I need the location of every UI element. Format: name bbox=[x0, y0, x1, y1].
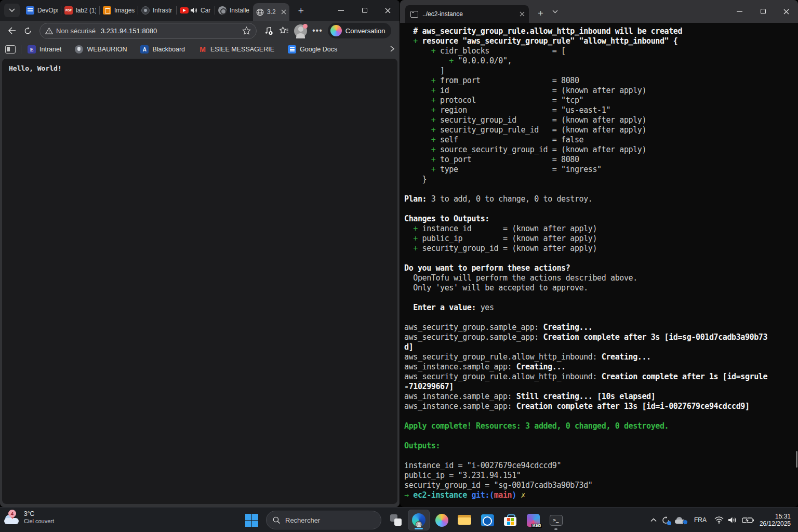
task-view-button[interactable] bbox=[385, 510, 407, 530]
close-button[interactable] bbox=[376, 0, 400, 21]
terminal-tab-close-icon[interactable] bbox=[520, 11, 525, 17]
bookmarks-overflow-button[interactable] bbox=[390, 45, 394, 54]
bookmark-star-icon[interactable] bbox=[242, 26, 251, 35]
tab-search-button[interactable] bbox=[4, 4, 20, 17]
terminal-line: aws_instance.sample_app: Creating... bbox=[404, 362, 798, 372]
chevron-up-icon bbox=[650, 518, 657, 522]
terminal-line: + resource "aws_security_group_rule" "al… bbox=[404, 36, 798, 46]
taskbar-edge-button[interactable] bbox=[408, 510, 430, 530]
taskbar-terminal-button[interactable]: >_ bbox=[545, 510, 567, 530]
favorites-button[interactable] bbox=[276, 23, 292, 38]
tab-label: 3.2 bbox=[267, 8, 279, 16]
terminal-output[interactable]: # aws_security_group_rule.allow_http_inb… bbox=[400, 23, 798, 507]
minimize-button[interactable] bbox=[329, 0, 353, 21]
outlook-icon bbox=[481, 514, 494, 526]
copilot-icon bbox=[330, 25, 342, 36]
task-view-icon bbox=[390, 514, 402, 526]
weather-temperature: 3°C bbox=[24, 510, 54, 517]
taskbar-outlook-button[interactable] bbox=[476, 510, 498, 530]
taskbar-clock[interactable]: 15:31 26/12/2025 bbox=[760, 513, 791, 527]
terminal-line: + public_ip = (known after apply) bbox=[404, 234, 798, 244]
terminal-dropdown-button[interactable] bbox=[552, 6, 558, 16]
terminal-new-tab-button[interactable]: ＋ bbox=[536, 7, 545, 19]
terminal-line: aws_instance.sample_app: Still creating.… bbox=[404, 392, 798, 402]
edge-profile-badge bbox=[416, 521, 422, 528]
taskbar-copilot-button[interactable] bbox=[431, 510, 453, 530]
terminal-maximize-button[interactable] bbox=[751, 0, 775, 23]
maximize-icon bbox=[761, 9, 766, 14]
clock-time: 15:31 bbox=[775, 513, 791, 520]
refresh-button[interactable] bbox=[20, 23, 35, 38]
tab-close-icon[interactable] bbox=[281, 9, 286, 15]
browser-tab-infrastructure[interactable]: Infrastr bbox=[138, 2, 176, 19]
bookmark-label: Intranet bbox=[39, 46, 61, 53]
blackboard-favicon-icon: A bbox=[140, 45, 149, 54]
address-bar[interactable]: Non sécurisé 3.231.94.151:8080 bbox=[39, 23, 257, 39]
browser-tab-car-youtube[interactable]: Car bbox=[177, 2, 215, 19]
terminal-tab-title: ../ec2-instance bbox=[422, 10, 520, 18]
taskbar-m365-button[interactable]: M365 bbox=[522, 510, 544, 530]
back-button[interactable] bbox=[4, 23, 20, 38]
sidebar-panel-icon[interactable] bbox=[5, 45, 16, 54]
new-tab-button[interactable]: ＋ bbox=[294, 3, 308, 18]
terminal-line: Plan: 3 to add, 0 to change, 0 to destro… bbox=[404, 194, 798, 204]
language-indicator[interactable]: FRA bbox=[691, 516, 710, 524]
terminal-line: + protocol = "tcp" bbox=[404, 96, 798, 105]
site-security-info[interactable]: Non sécurisé bbox=[45, 27, 96, 35]
terminal-titlebar: ../ec2-instance ＋ bbox=[400, 0, 798, 23]
browser-tab-installer[interactable]: Installe bbox=[215, 2, 253, 19]
bookmark-blackboard[interactable]: A Blackboard bbox=[140, 45, 185, 54]
terminal-tab[interactable]: ../ec2-instance bbox=[405, 5, 529, 23]
search-placeholder: Rechercher bbox=[285, 516, 320, 524]
terminal-line: } bbox=[404, 175, 798, 184]
browser-tab-active[interactable]: 3.2 bbox=[253, 3, 289, 21]
terminal-line: + from_port = 8080 bbox=[404, 76, 798, 86]
terminal-running-indicator bbox=[554, 528, 557, 530]
terminal-close-button[interactable] bbox=[775, 0, 798, 23]
media-controls-button[interactable] bbox=[261, 23, 276, 38]
tray-overflow-button[interactable] bbox=[650, 518, 657, 522]
taskbar-explorer-button[interactable] bbox=[454, 510, 475, 530]
system-tray: FRA 15:31 26/12/2025 bbox=[646, 508, 798, 532]
bookmark-label: Blackboard bbox=[152, 46, 185, 53]
battery-button[interactable] bbox=[742, 517, 754, 524]
terminal-scrollbar-thumb[interactable] bbox=[796, 451, 797, 468]
chevron-right-icon bbox=[390, 46, 394, 52]
browser-menu-button[interactable]: ••• bbox=[309, 26, 326, 35]
windows-logo-icon bbox=[245, 514, 258, 527]
maximize-button[interactable] bbox=[353, 0, 376, 21]
terminal-minimize-button[interactable] bbox=[728, 0, 751, 23]
copilot-button[interactable]: Conversation bbox=[328, 23, 392, 38]
youtube-favicon-icon bbox=[180, 7, 189, 14]
terminal-line: Enter a value: yes bbox=[404, 303, 798, 313]
taskbar-store-button[interactable] bbox=[499, 510, 521, 530]
bookmark-intranet[interactable]: E Intranet bbox=[28, 45, 61, 54]
bookmark-webaurion[interactable]: WEBAURION bbox=[75, 45, 127, 54]
chevron-down-icon bbox=[9, 8, 15, 12]
speaker-icon bbox=[728, 516, 737, 524]
bookmark-esiee-messagerie[interactable]: M ESIEE MESSAGERIE bbox=[198, 45, 274, 54]
profile-avatar[interactable] bbox=[294, 24, 307, 37]
terminal-app-icon: >_ bbox=[550, 515, 563, 526]
browser-tab-lab2[interactable]: PDF lab2 (1) bbox=[61, 2, 99, 19]
terminal-line: instance_id = "i-0027679ce94cdccd9" bbox=[404, 461, 798, 471]
taskbar-center: Rechercher M365 >_ bbox=[240, 508, 567, 532]
tray-onedrive-button[interactable] bbox=[675, 517, 686, 524]
browser-tab-devops[interactable]: DevOps bbox=[23, 2, 61, 19]
taskbar-search[interactable]: Rechercher bbox=[266, 511, 381, 529]
volume-button[interactable] bbox=[728, 516, 737, 524]
webaurion-favicon-icon bbox=[75, 45, 83, 54]
warning-triangle-icon bbox=[45, 28, 53, 34]
update-badge bbox=[667, 521, 671, 525]
m365-label: M365 bbox=[531, 524, 541, 528]
installer-favicon-icon bbox=[218, 6, 227, 15]
close-icon bbox=[783, 9, 789, 15]
weather-widget[interactable]: 4 3°C Ciel couvert bbox=[4, 510, 54, 524]
wifi-button[interactable] bbox=[714, 516, 724, 524]
tray-update-button[interactable] bbox=[661, 516, 670, 525]
bookmark-google-docs[interactable]: Google Docs bbox=[288, 45, 337, 54]
start-button[interactable] bbox=[241, 510, 262, 530]
browser-tab-images[interactable]: Images bbox=[100, 2, 138, 19]
terminal-line: aws_security_group_rule.allow_http_inbou… bbox=[404, 372, 798, 382]
profile-notification-dot bbox=[303, 24, 308, 29]
